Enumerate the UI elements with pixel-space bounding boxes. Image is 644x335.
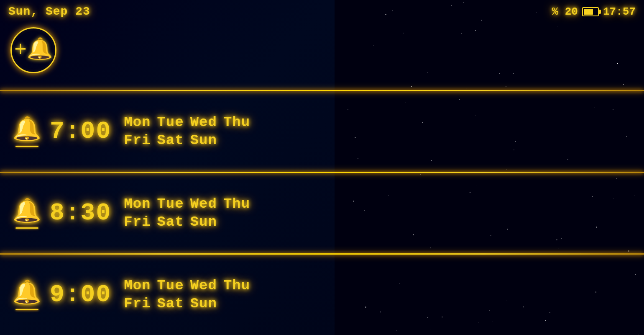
- day-tue-3: Tue: [157, 278, 184, 294]
- battery-percent: % 20: [552, 5, 578, 18]
- add-alarm-button[interactable]: +🔔: [10, 27, 56, 73]
- day-sun-2: Sun: [190, 214, 217, 230]
- alarm-bell-icon-1: 🔔: [13, 115, 41, 147]
- alarm-days-row1-1: Mon Tue Wed Thu: [124, 114, 250, 130]
- day-thu-1: Thu: [223, 114, 250, 130]
- alarm-days-row2-2: Fri Sat Sun: [124, 214, 250, 230]
- day-sat-1: Sat: [157, 132, 184, 148]
- day-wed-2: Wed: [190, 196, 217, 212]
- alarm-bell-icon-2: 🔔: [13, 197, 41, 229]
- day-mon-3: Mon: [124, 278, 151, 294]
- day-wed-3: Wed: [190, 278, 217, 294]
- day-wed-1: Wed: [190, 114, 217, 130]
- battery-fill: [584, 9, 593, 15]
- day-thu-2: Thu: [223, 196, 250, 212]
- day-tue-1: Tue: [157, 114, 184, 130]
- day-mon-2: Mon: [124, 196, 151, 212]
- alarm-days-3: Mon Tue Wed Thu Fri Sat Sun: [124, 278, 250, 312]
- status-bar: Sun, Sep 23 % 20 17:57: [0, 0, 644, 23]
- battery-icon: [582, 7, 599, 16]
- alarm-days-row2-1: Fri Sat Sun: [124, 132, 250, 148]
- date-display: Sun, Sep 23: [8, 5, 90, 18]
- day-sat-3: Sat: [157, 296, 184, 312]
- alarm-days-1: Mon Tue Wed Thu Fri Sat Sun: [124, 114, 250, 148]
- alarm-time-value-2: 8:30: [50, 199, 111, 227]
- status-right: % 20 17:57: [552, 5, 636, 18]
- alarm-time-3: 9:00: [50, 281, 111, 308]
- bell-symbol-1: 🔔: [13, 115, 41, 144]
- day-thu-3: Thu: [223, 278, 250, 294]
- bell-base-1: [15, 146, 38, 147]
- day-tue-2: Tue: [157, 196, 184, 212]
- bell-base-3: [15, 309, 38, 310]
- bell-symbol-2: 🔔: [13, 197, 41, 225]
- alarm-row-2[interactable]: 🔔 8:30 Mon Tue Wed Thu Fri Sat Sun: [0, 173, 335, 253]
- alarm-time-1: 7:00: [50, 118, 111, 145]
- day-fri-1: Fri: [124, 132, 151, 148]
- alarm-row-1[interactable]: 🔔 7:00 Mon Tue Wed Thu Fri Sat Sun: [0, 91, 335, 171]
- alarm-time-value-1: 7:00: [50, 118, 111, 145]
- bell-symbol-3: 🔔: [13, 278, 41, 307]
- day-sun-1: Sun: [190, 132, 217, 148]
- alarm-days-2: Mon Tue Wed Thu Fri Sat Sun: [124, 196, 250, 230]
- day-fri-2: Fri: [124, 214, 151, 230]
- alarm-time-value-3: 9:00: [50, 281, 111, 308]
- alarm-days-row2-3: Fri Sat Sun: [124, 296, 250, 312]
- bell-base-2: [15, 227, 38, 229]
- day-mon-1: Mon: [124, 114, 151, 130]
- alarm-time-2: 8:30: [50, 199, 111, 227]
- day-sun-3: Sun: [190, 296, 217, 312]
- day-fri-3: Fri: [124, 296, 151, 312]
- alarm-row-3[interactable]: 🔔 9:00 Mon Tue Wed Thu Fri Sat Sun: [0, 255, 335, 334]
- clock-display: 17:57: [603, 5, 636, 18]
- add-alarm-icon: +🔔: [14, 40, 53, 61]
- alarm-bell-icon-3: 🔔: [13, 278, 41, 310]
- alarm-days-row1-2: Mon Tue Wed Thu: [124, 196, 250, 212]
- day-sat-2: Sat: [157, 214, 184, 230]
- alarm-days-row1-3: Mon Tue Wed Thu: [124, 278, 250, 294]
